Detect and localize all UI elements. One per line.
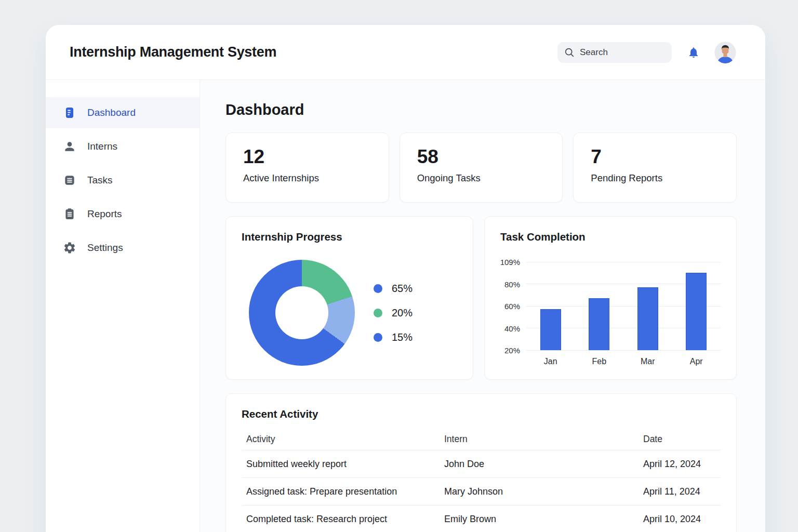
stat-card-pending-reports: 7 Pending Reports <box>573 132 737 203</box>
sidebar-item-dashboard[interactable]: Dashboard <box>46 97 200 128</box>
search-icon <box>564 47 575 58</box>
y-tick-label: 60% <box>504 302 520 311</box>
table-row: Completed task: Research projectEmily Br… <box>242 506 721 532</box>
x-axis-label: Mar <box>623 357 672 366</box>
stat-value: 12 <box>243 145 371 168</box>
recent-activity-card: Recent Activity ActivityInternDate Submi… <box>225 393 737 532</box>
bar-chart: 109%80%60%40%20% <box>500 262 721 350</box>
sidebar-item-label: Interns <box>87 141 117 152</box>
notifications-button[interactable] <box>687 46 700 59</box>
table-row: Assigned task: Prepare presentationMary … <box>242 478 721 506</box>
sidebar-item-label: Reports <box>87 208 122 220</box>
table-cell: Submitted weekly report <box>246 459 444 470</box>
table-row: Submitted weekly reportJohn DoeApril 12,… <box>242 450 721 478</box>
table-cell: Emily Brown <box>444 514 643 525</box>
bar-slot <box>575 262 624 350</box>
bar <box>589 298 609 350</box>
avatar-image <box>714 42 736 63</box>
stats-row: 12 Active Internships 58 Ongoing Tasks 7… <box>225 132 737 203</box>
legend-label: 20% <box>392 307 413 319</box>
column-header: Activity <box>246 434 444 445</box>
sidebar: Dashboard Interns Tasks <box>46 80 200 532</box>
x-axis-label: Jan <box>526 357 575 366</box>
table-cell: April 11, 2024 <box>643 486 721 497</box>
stat-card-active-internships: 12 Active Internships <box>225 132 389 203</box>
interns-icon <box>63 140 76 153</box>
table-cell: John Doe <box>444 459 643 470</box>
activity-table-header: ActivityInternDate <box>242 429 721 450</box>
table-cell: Mary Johnson <box>444 486 643 497</box>
reports-icon <box>63 207 76 221</box>
sidebar-item-label: Dashboard <box>87 107 136 118</box>
legend-item: 65% <box>374 283 413 295</box>
activity-table-body: Submitted weekly reportJohn DoeApril 12,… <box>242 450 721 532</box>
bar-y-axis: 109%80%60%40%20% <box>500 262 526 350</box>
y-tick-label: 80% <box>504 280 520 288</box>
table-cell: Completed task: Research project <box>246 514 444 525</box>
bar <box>637 287 658 350</box>
stat-value: 7 <box>591 145 719 168</box>
legend-dot <box>374 333 382 342</box>
bar <box>540 309 561 350</box>
sidebar-item-tasks[interactable]: Tasks <box>46 165 200 196</box>
activity-table: ActivityInternDate Submitted weekly repo… <box>242 429 721 532</box>
charts-row: Internship Progress 65%20%15% Task Compl… <box>225 216 737 380</box>
donut-chart <box>249 260 355 366</box>
column-header: Date <box>643 434 721 445</box>
donut-legend: 65%20%15% <box>374 283 413 343</box>
bar-slot <box>672 262 721 350</box>
bar <box>686 273 707 350</box>
chart-title: Internship Progress <box>242 231 457 243</box>
chart-title: Task Completion <box>500 231 721 243</box>
y-tick-label: 20% <box>504 346 520 355</box>
user-avatar[interactable] <box>714 42 736 63</box>
dashboard-icon <box>63 106 76 119</box>
sidebar-item-reports[interactable]: Reports <box>46 198 200 230</box>
bar-slot <box>526 262 575 350</box>
search-input[interactable] <box>580 47 665 58</box>
app-title: Internship Management System <box>70 44 557 60</box>
search-bar[interactable] <box>557 42 672 63</box>
bar-x-labels: JanFebMarApr <box>526 357 721 366</box>
legend-label: 15% <box>392 331 413 343</box>
settings-gear-icon <box>63 241 76 255</box>
stat-label: Active Internships <box>243 172 371 184</box>
bar-plot <box>526 262 721 350</box>
app-header: Internship Management System <box>46 25 765 80</box>
legend-item: 20% <box>374 307 413 319</box>
table-cell: Assigned task: Prepare presentation <box>246 486 444 497</box>
stat-card-ongoing-tasks: 58 Ongoing Tasks <box>400 132 563 203</box>
stat-label: Pending Reports <box>591 172 719 184</box>
internship-progress-card: Internship Progress 65%20%15% <box>225 216 473 380</box>
legend-item: 15% <box>374 331 413 343</box>
main-content: Dashboard 12 Active Internships 58 Ongoi… <box>200 80 765 532</box>
y-tick-label: 109% <box>500 258 520 267</box>
page-title: Dashboard <box>225 101 737 118</box>
legend-label: 65% <box>392 283 413 295</box>
bell-icon <box>687 46 700 59</box>
app-window: Internship Management System <box>46 25 765 532</box>
legend-dot <box>374 309 382 317</box>
sidebar-item-label: Tasks <box>87 175 113 186</box>
stat-label: Ongoing Tasks <box>417 172 546 184</box>
sidebar-item-label: Settings <box>87 242 123 254</box>
tasks-icon <box>63 174 76 187</box>
x-axis-label: Apr <box>672 357 721 366</box>
recent-activity-title: Recent Activity <box>242 408 721 420</box>
table-cell: April 10, 2024 <box>643 514 721 525</box>
sidebar-item-interns[interactable]: Interns <box>46 131 200 162</box>
task-completion-card: Task Completion 109%80%60%40%20% JanFebM… <box>484 216 737 380</box>
sidebar-item-settings[interactable]: Settings <box>46 232 200 263</box>
table-cell: April 12, 2024 <box>643 459 721 470</box>
column-header: Intern <box>444 434 643 445</box>
y-tick-label: 40% <box>504 324 520 332</box>
bar-slot <box>623 262 672 350</box>
stat-value: 58 <box>417 145 546 168</box>
legend-dot <box>374 284 382 293</box>
x-axis-label: Feb <box>575 357 624 366</box>
